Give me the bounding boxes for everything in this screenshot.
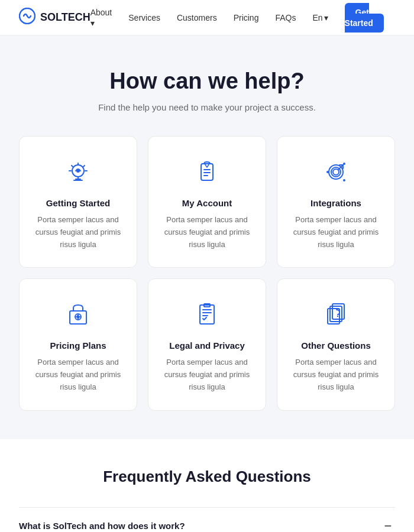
- card-getting-started-desc: Porta semper lacus and cursus feugiat an…: [34, 214, 122, 251]
- nav-faqs-link[interactable]: FAQs: [275, 13, 296, 22]
- faq-item-1: What is SolTech and how does it work? − …: [19, 507, 395, 532]
- nav-pricing-link[interactable]: Pricing: [234, 13, 259, 22]
- card-other-questions-title: Other Questions: [292, 340, 380, 351]
- svg-line-5: [72, 166, 73, 167]
- card-my-account-desc: Porta semper lacus and cursus feugiat an…: [163, 214, 251, 251]
- get-started-button[interactable]: Get Started: [345, 3, 384, 33]
- nav-services-link[interactable]: Services: [128, 13, 160, 22]
- svg-rect-27: [200, 305, 214, 324]
- faq-title: Frequently Asked Questions: [19, 468, 395, 486]
- card-other-questions[interactable]: Other Questions Porta semper lacus and c…: [277, 278, 395, 410]
- integrations-icon: [292, 155, 380, 189]
- navbar: SOLTECH About ▾ Services Customers Prici…: [0, 0, 414, 35]
- nav-services[interactable]: Services: [128, 12, 160, 23]
- card-legal-privacy-desc: Porta semper lacus and cursus feugiat an…: [163, 356, 251, 393]
- card-getting-started-title: Getting Started: [34, 198, 122, 208]
- nav-about-link[interactable]: About ▾: [90, 8, 112, 28]
- legal-privacy-icon: [163, 298, 251, 331]
- card-getting-started[interactable]: Getting Started Porta semper lacus and c…: [19, 136, 137, 268]
- nav-faqs[interactable]: FAQs: [275, 12, 296, 23]
- cards-grid: Getting Started Porta semper lacus and c…: [19, 136, 395, 411]
- svg-text:$: $: [77, 314, 80, 320]
- logo-icon: [19, 8, 35, 28]
- nav-lang[interactable]: En ▾: [312, 13, 328, 22]
- nav-links: About ▾ Services Customers Pricing FAQs: [90, 7, 395, 28]
- svg-point-35: [337, 316, 338, 317]
- faq-toggle-1: −: [381, 520, 395, 532]
- nav-pricing[interactable]: Pricing: [234, 12, 259, 23]
- svg-point-19: [343, 163, 345, 165]
- card-integrations[interactable]: Integrations Porta semper lacus and curs…: [277, 136, 395, 268]
- hero-section: How can we help? Find the help you need …: [0, 35, 414, 136]
- card-pricing-plans-desc: Porta semper lacus and cursus feugiat an…: [34, 356, 122, 393]
- nav-customers-link[interactable]: Customers: [177, 13, 217, 22]
- card-legal-privacy-title: Legal and Privacy: [163, 340, 251, 351]
- card-other-questions-desc: Porta semper lacus and cursus feugiat an…: [292, 356, 380, 393]
- hero-title: How can we help?: [19, 69, 395, 94]
- cards-section: Getting Started Porta semper lacus and c…: [0, 136, 414, 439]
- card-pricing-plans[interactable]: $ Pricing Plans Porta semper lacus and c…: [19, 278, 137, 410]
- logo[interactable]: SOLTECH: [19, 8, 90, 28]
- my-account-icon: [163, 155, 251, 189]
- card-my-account-title: My Account: [163, 198, 251, 208]
- nav-about[interactable]: About ▾: [90, 7, 112, 28]
- faq-header-1[interactable]: What is SolTech and how does it work? −: [19, 520, 395, 532]
- svg-point-9: [76, 169, 80, 173]
- lang-button[interactable]: En ▾: [312, 13, 328, 22]
- card-integrations-title: Integrations: [292, 198, 380, 208]
- hero-subtitle: Find the help you need to make your proj…: [19, 102, 395, 112]
- nav-cta-item[interactable]: Get Started: [345, 7, 395, 28]
- nav-customers[interactable]: Customers: [177, 12, 217, 23]
- other-questions-icon: [292, 298, 380, 331]
- svg-line-6: [83, 166, 85, 167]
- card-my-account[interactable]: My Account Porta semper lacus and cursus…: [148, 136, 266, 268]
- faq-section: Frequently Asked Questions What is SolTe…: [0, 439, 414, 532]
- getting-started-icon: [34, 155, 122, 189]
- pricing-plans-icon: $: [34, 298, 122, 331]
- brand-name: SOLTECH: [40, 11, 90, 24]
- card-integrations-desc: Porta semper lacus and cursus feugiat an…: [292, 214, 380, 251]
- svg-point-20: [326, 171, 329, 173]
- card-legal-privacy[interactable]: Legal and Privacy Porta semper lacus and…: [148, 278, 266, 410]
- card-pricing-plans-title: Pricing Plans: [34, 340, 122, 351]
- svg-point-21: [343, 179, 345, 181]
- faq-question-1: What is SolTech and how does it work?: [19, 521, 185, 531]
